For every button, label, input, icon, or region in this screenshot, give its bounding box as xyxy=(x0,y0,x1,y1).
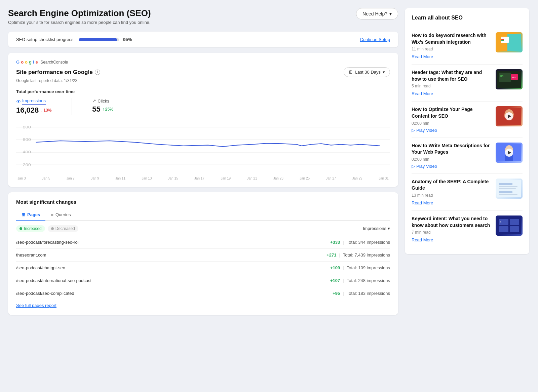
changes-tabs: ⊞ Pages ≡ Queries xyxy=(16,209,390,221)
svg-text:H3: H3 xyxy=(500,75,504,78)
resource-meta: 11 min read xyxy=(412,47,491,51)
svg-rect-29 xyxy=(499,191,512,193)
read-more-link[interactable]: Read More xyxy=(412,237,433,242)
chevron-down-icon: ▾ xyxy=(383,70,385,75)
read-more-link[interactable]: Read More xyxy=(412,200,433,205)
list-item: How to Optimize Your Page Content for SE… xyxy=(412,102,523,138)
list-item: Header tags: What they are and how to us… xyxy=(412,65,523,102)
table-row: theseorant.com +271 | Total: 7,439 impre… xyxy=(16,249,390,262)
full-report-link[interactable]: See full pages report xyxy=(16,303,56,308)
queries-tab-icon: ≡ xyxy=(51,212,53,217)
performance-card: Google SearchConsole Site performance on… xyxy=(8,53,398,187)
svg-rect-33 xyxy=(510,219,519,225)
changes-title: Most significant changes xyxy=(16,199,390,205)
svg-rect-27 xyxy=(499,186,517,187)
tab-queries[interactable]: ≡ Queries xyxy=(45,209,76,221)
resource-title: Header tags: What they are and how to us… xyxy=(412,69,491,82)
resource-title: How to Optimize Your Page Content for SE… xyxy=(412,106,491,119)
resource-title: How to do keyword research with Wix's Se… xyxy=(412,32,491,45)
table-row: /seo-podcast/chatgpt-seo +109 | Total: 1… xyxy=(16,262,390,274)
chevron-down-icon: ▾ xyxy=(389,11,392,16)
svg-text:200: 200 xyxy=(23,163,31,167)
performance-chart: 800 600 400 200 xyxy=(16,120,390,174)
progress-bar xyxy=(79,38,119,41)
arrow-down-icon: ↓ xyxy=(41,108,43,113)
svg-rect-30 xyxy=(499,194,517,195)
list-item: How to do keyword research with Wix's Se… xyxy=(412,28,523,65)
continue-setup-link[interactable]: Continue Setup xyxy=(360,37,390,42)
progress-percent: 95% xyxy=(123,37,132,42)
play-icon: ▷ xyxy=(412,164,415,169)
changes-table: /seo-podcast/forecasting-seo-roi +333 | … xyxy=(16,236,390,300)
arrow-up-icon: ↑ xyxy=(103,107,105,112)
sidebar: Learn all about SEO How to do keyword re… xyxy=(405,8,529,315)
list-item: How to Write Meta Descriptions for Your … xyxy=(412,138,523,174)
performance-title: Site performance on Google i xyxy=(16,69,100,76)
play-icon: ▷ xyxy=(412,128,415,133)
svg-rect-28 xyxy=(499,188,516,189)
read-more-link[interactable]: Read More xyxy=(412,91,433,96)
resource-meta: 5 min read xyxy=(412,84,491,88)
svg-rect-9 xyxy=(507,34,521,51)
svg-text:600: 600 xyxy=(23,138,31,142)
resource-thumbnail: G xyxy=(496,215,523,236)
svg-text:G: G xyxy=(500,221,501,223)
svg-rect-11 xyxy=(501,38,504,38)
read-more-link[interactable]: Read More xyxy=(412,54,433,59)
resource-meta: 02:00 min xyxy=(412,157,491,162)
chevron-down-icon: ▾ xyxy=(388,226,390,231)
chart-x-labels: Jan 3Jan 5Jan 7Jan 9Jan 11 Jan 13Jan 15J… xyxy=(16,177,390,180)
sort-impressions[interactable]: Impressions ▾ xyxy=(363,226,390,231)
list-item: Keyword intent: What you need to know ab… xyxy=(412,211,523,247)
clicks-metric: ↗ Clicks 55 ↑ 25% xyxy=(92,98,113,115)
decreased-dot xyxy=(51,227,54,230)
performance-subtitle: Google last reported data: 1/31/23 xyxy=(16,78,390,83)
resource-thumbnail: H3 Wix xyxy=(496,69,523,89)
page-title: Search Engine Optimization (SEO) xyxy=(8,8,151,18)
resource-thumbnail xyxy=(496,106,523,126)
increased-dot xyxy=(20,227,22,230)
sidebar-title: Learn all about SEO xyxy=(412,15,523,21)
svg-rect-12 xyxy=(501,39,504,40)
svg-text:800: 800 xyxy=(23,125,31,129)
google-search-console-badge: Google SearchConsole xyxy=(16,60,390,65)
page-subtitle: Optimize your site for search engines so… xyxy=(8,20,151,25)
eye-icon: 👁 xyxy=(16,99,21,104)
chart-section-title: Total performance over time xyxy=(16,89,390,94)
resources-list: How to do keyword research with Wix's Se… xyxy=(412,28,523,247)
progress-label: SEO setup checklist progress: xyxy=(16,37,75,42)
resource-thumbnail xyxy=(496,32,523,52)
play-overlay xyxy=(505,149,513,157)
resource-meta: 7 min read xyxy=(412,230,491,235)
play-video-link[interactable]: ▷ Play Video xyxy=(412,128,491,133)
metrics-row: 👁 Impressions 16,028 ↓ 13% ↗ xyxy=(16,98,390,115)
pages-tab-icon: ⊞ xyxy=(22,212,25,217)
resource-title: Anatomy of the SERP: A Complete Guide xyxy=(412,179,491,192)
resource-thumbnail xyxy=(496,179,523,199)
cursor-icon: ↗ xyxy=(92,98,96,104)
tab-pages[interactable]: ⊞ Pages xyxy=(16,209,45,221)
date-filter-button[interactable]: 🗓 Last 30 Days ▾ xyxy=(344,67,390,77)
play-overlay xyxy=(505,112,513,120)
info-icon[interactable]: i xyxy=(95,70,100,75)
resource-thumbnail xyxy=(496,143,523,163)
chart-svg: 800 600 400 200 xyxy=(16,120,390,174)
resource-meta: 02:00 min xyxy=(412,121,491,126)
calendar-icon: 🗓 xyxy=(349,70,353,75)
resource-title: Keyword intent: What you need to know ab… xyxy=(412,215,491,229)
play-video-link[interactable]: ▷ Play Video xyxy=(412,164,491,169)
svg-text:Wix: Wix xyxy=(512,76,516,79)
table-row: /seo-podcast/international-seo-podcast +… xyxy=(16,274,390,287)
resource-title: How to Write Meta Descriptions for Your … xyxy=(412,143,491,156)
badges-row: Increased Decreased Impressions ▾ xyxy=(16,225,390,232)
table-row: /seo-podcast/seo-complicated +95 | Total… xyxy=(16,287,390,300)
badge-decreased[interactable]: Decreased xyxy=(48,225,78,232)
svg-rect-13 xyxy=(501,40,504,41)
resource-meta: 13 min read xyxy=(412,193,491,198)
need-help-button[interactable]: Need Help? ▾ xyxy=(356,8,398,19)
svg-rect-34 xyxy=(499,226,508,232)
impressions-metric: 👁 Impressions 16,028 ↓ 13% xyxy=(16,98,51,115)
badge-increased[interactable]: Increased xyxy=(16,225,45,232)
svg-rect-35 xyxy=(510,226,519,232)
impressions-change: ↓ 13% xyxy=(41,108,51,113)
